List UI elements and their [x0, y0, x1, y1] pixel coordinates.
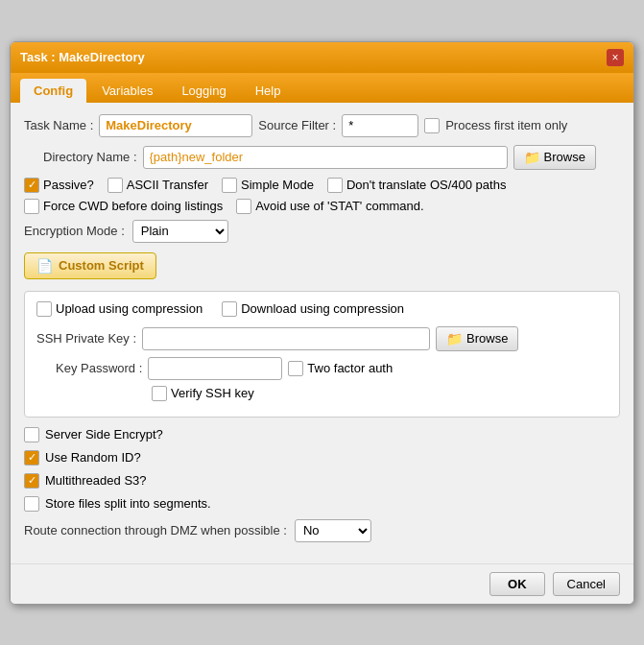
- directory-browse-button[interactable]: 📁 Browse: [513, 145, 596, 170]
- passive-checkbox-item: ✓ Passive?: [24, 178, 94, 193]
- browse-label: Browse: [544, 150, 585, 164]
- ssh-folder-icon: 📁: [446, 331, 463, 346]
- task-name-row: Task Name : Source Filter : Process firs…: [24, 114, 620, 137]
- two-factor-label: Two factor auth: [307, 361, 393, 375]
- two-factor-checkbox[interactable]: [288, 361, 303, 376]
- tab-help[interactable]: Help: [242, 79, 295, 103]
- route-select[interactable]: No Yes: [295, 519, 371, 542]
- tab-bar: Config Variables Logging Help: [11, 73, 633, 103]
- server-encrypt-label: Server Side Encrypt?: [45, 427, 163, 442]
- directory-name-label: Directory Name :: [43, 150, 137, 164]
- avoid-stat-label: Avoid use of 'STAT' command.: [255, 199, 423, 213]
- upload-compress-label: Upload using compression: [56, 301, 203, 316]
- cancel-button[interactable]: Cancel: [553, 572, 620, 596]
- simple-checkbox-item: Simple Mode: [222, 178, 314, 193]
- force-cwd-checkbox-item: Force CWD before doing listings: [24, 199, 223, 214]
- passive-checkbox[interactable]: ✓: [24, 178, 39, 193]
- two-factor-item: Two factor auth: [288, 361, 393, 376]
- server-encrypt-checkbox[interactable]: [24, 427, 39, 442]
- dmz-row: Route connection through DMZ when possib…: [24, 519, 620, 542]
- ok-button[interactable]: OK: [489, 572, 545, 596]
- ascii-label: ASCII Transfer: [127, 178, 208, 192]
- custom-script-label: Custom Script: [59, 258, 144, 273]
- ssh-key-label: SSH Private Key :: [36, 331, 136, 346]
- key-password-input[interactable]: [148, 357, 282, 380]
- directory-name-row: Directory Name : 📁 Browse: [24, 145, 620, 170]
- download-compress-item: Download using compression: [222, 301, 404, 317]
- multithreaded-row: ✓ Multithreaded S3?: [24, 473, 620, 489]
- tab-config[interactable]: Config: [20, 79, 86, 103]
- random-id-label: Use Random ID?: [45, 450, 141, 465]
- ssh-key-input[interactable]: [142, 327, 430, 350]
- upload-compress-checkbox[interactable]: [36, 301, 52, 317]
- encryption-row: Encryption Mode : Plain Explicit SSL Imp…: [24, 220, 620, 243]
- verify-ssh-item: Verify SSH key: [152, 386, 254, 401]
- simple-label: Simple Mode: [241, 178, 314, 192]
- title-bar: Task : MakeDirectory ×: [11, 42, 633, 73]
- checkbox-row-2: Force CWD before doing listings Avoid us…: [24, 199, 620, 214]
- custom-script-button[interactable]: 📄 Custom Script: [24, 252, 156, 279]
- source-filter-input[interactable]: [342, 114, 418, 137]
- upload-compress-item: Upload using compression: [36, 301, 203, 317]
- download-compress-checkbox[interactable]: [222, 301, 237, 317]
- source-filter-label: Source Filter :: [258, 118, 336, 132]
- verify-ssh-row: Verify SSH key: [152, 386, 608, 401]
- config-content: Task Name : Source Filter : Process firs…: [11, 103, 633, 563]
- task-name-label: Task Name :: [24, 118, 93, 132]
- ascii-checkbox[interactable]: [107, 178, 123, 193]
- download-compress-label: Download using compression: [241, 301, 404, 316]
- task-name-input[interactable]: [99, 114, 252, 137]
- store-files-row: Store files split into segments.: [24, 496, 620, 512]
- multithreaded-label: Multithreaded S3?: [45, 473, 147, 488]
- tab-variables[interactable]: Variables: [88, 79, 166, 103]
- store-files-checkbox[interactable]: [24, 496, 39, 512]
- verify-ssh-label: Verify SSH key: [171, 386, 254, 400]
- main-dialog: Task : MakeDirectory × Config Variables …: [10, 41, 634, 605]
- dont-translate-label: Don't translate OS/400 paths: [346, 178, 507, 192]
- simple-checkbox[interactable]: [222, 178, 237, 193]
- avoid-stat-checkbox[interactable]: [236, 199, 251, 214]
- compression-row: Upload using compression Download using …: [36, 301, 608, 317]
- dialog-title: Task : MakeDirectory: [20, 50, 145, 64]
- store-files-label: Store files split into segments.: [45, 496, 211, 511]
- tab-logging[interactable]: Logging: [168, 79, 239, 103]
- key-password-label: Key Password :: [56, 361, 142, 375]
- encryption-label: Encryption Mode :: [24, 224, 125, 238]
- multithreaded-checkbox[interactable]: ✓: [24, 473, 39, 489]
- ssh-key-row: SSH Private Key : 📁 Browse: [36, 326, 608, 351]
- random-id-checkbox[interactable]: ✓: [24, 450, 39, 466]
- close-button[interactable]: ×: [607, 49, 624, 66]
- footer: OK Cancel: [11, 563, 633, 604]
- encryption-select[interactable]: Plain Explicit SSL Implicit SSL SSH/SFTP: [132, 220, 228, 243]
- folder-icon: 📁: [524, 150, 540, 165]
- ascii-checkbox-item: ASCII Transfer: [107, 178, 208, 193]
- dont-translate-checkbox-item: Don't translate OS/400 paths: [327, 178, 507, 193]
- process-first-label: Process first item only: [445, 118, 567, 132]
- checkbox-row-1: ✓ Passive? ASCII Transfer Simple Mode Do…: [24, 178, 620, 193]
- directory-name-input[interactable]: [143, 146, 508, 169]
- force-cwd-label: Force CWD before doing listings: [43, 199, 223, 213]
- dont-translate-checkbox[interactable]: [327, 178, 343, 193]
- avoid-stat-checkbox-item: Avoid use of 'STAT' command.: [236, 199, 423, 214]
- ssh-browse-button[interactable]: 📁 Browse: [436, 326, 518, 351]
- server-encrypt-row: Server Side Encrypt?: [24, 427, 620, 442]
- verify-ssh-checkbox[interactable]: [152, 386, 167, 401]
- ssh-browse-label: Browse: [466, 331, 508, 346]
- options-section: Upload using compression Download using …: [24, 291, 620, 418]
- force-cwd-checkbox[interactable]: [24, 199, 39, 214]
- process-first-checkbox[interactable]: [424, 118, 440, 133]
- key-password-row: Key Password : Two factor auth: [36, 357, 608, 380]
- route-label: Route connection through DMZ when possib…: [24, 523, 287, 538]
- script-icon: 📄: [36, 258, 53, 274]
- random-id-row: ✓ Use Random ID?: [24, 450, 620, 466]
- process-first-row: Process first item only: [424, 118, 567, 133]
- passive-label: Passive?: [43, 178, 94, 192]
